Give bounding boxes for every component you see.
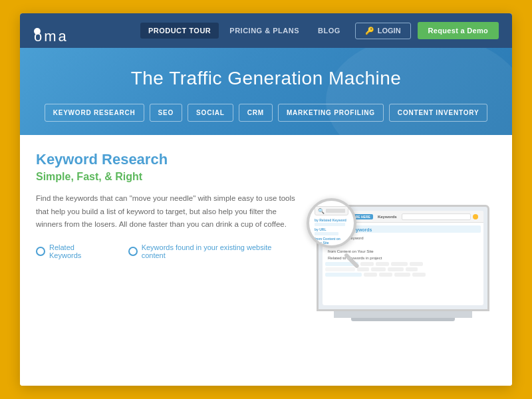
val-col-9: [364, 273, 377, 277]
val-col-11: [394, 273, 410, 277]
magnifier-inner: 🔍 by Related Keyword by URL from Content…: [309, 201, 354, 248]
val-col-1: [360, 262, 374, 266]
mag-search-bar: 🔍: [315, 206, 348, 215]
content-left: Keyword Research Simple, Fast, & Right F…: [36, 151, 310, 375]
hero-title: The Traffic Generation Machine: [33, 68, 499, 89]
navbar: oma PRODUCT TOUR PRICING & PLANS BLOG 🔑 …: [20, 13, 512, 48]
logo-text: oma: [34, 28, 41, 35]
nav-login-button[interactable]: 🔑 LOGIN: [355, 23, 411, 39]
val-col-5: [357, 267, 369, 271]
keywords-badge-label: Keywords: [378, 215, 397, 219]
val-col-8: [406, 267, 418, 271]
val-col-3: [391, 262, 408, 266]
status-dot: [473, 214, 478, 219]
feature-list: Related Keywords Keywords found in your …: [36, 243, 297, 259]
feature-label-2: Keywords found in your existing website …: [142, 243, 297, 259]
feature-related-keywords: Related Keywords: [36, 243, 108, 259]
val-col-12: [412, 273, 426, 277]
feature-dot-icon: [36, 247, 45, 256]
tab-social[interactable]: SOCIAL: [188, 104, 233, 122]
val-col-7: [388, 267, 404, 271]
val-col-2: [376, 262, 389, 266]
magnifier: 🔍 by Related Keyword by URL from Content…: [307, 198, 366, 258]
val-col-6: [371, 267, 386, 271]
mag-row-2: [315, 232, 338, 235]
tab-marketing-profiling[interactable]: MARKETING PROFILING: [278, 104, 384, 122]
mag-search-input: [326, 209, 345, 213]
mag-row-3: [315, 245, 342, 248]
feature-dot-icon-2: [128, 247, 138, 256]
mag-row-1: [315, 223, 345, 226]
magnifier-circle: 🔍 by Related Keyword by URL from Content…: [307, 198, 356, 248]
mag-label-3: from Content on Your Site: [315, 237, 348, 245]
val-col-10: [379, 273, 392, 277]
request-demo-button[interactable]: Request a Demo: [418, 22, 499, 39]
nav-pricing[interactable]: PRICING & PLANS: [221, 23, 307, 39]
monitor-foot: [351, 318, 455, 321]
content-right: YOU ARE HERE Keywords Find New Keywords …: [310, 151, 496, 375]
mag-label-1: by Related Keyword: [315, 218, 348, 222]
section-title: Keyword Research: [36, 151, 297, 168]
nav-product-tour[interactable]: PRODUCT TOUR: [140, 23, 219, 39]
content-area: Keyword Research Simple, Fast, & Right F…: [20, 135, 512, 386]
data-row-3: [325, 273, 481, 277]
data-row-1: [325, 262, 481, 266]
monitor: YOU ARE HERE Keywords Find New Keywords …: [317, 205, 489, 321]
nav-blog[interactable]: BLOG: [310, 23, 348, 39]
label-col-3: [325, 273, 362, 277]
hero-section: The Traffic Generation Machine KEYWORD R…: [20, 48, 512, 135]
mag-label-2: by URL: [315, 227, 348, 231]
mag-search-icon: 🔍: [318, 208, 325, 214]
logo: oma: [33, 22, 41, 39]
section-description: Find the keywords that can "move your ne…: [36, 192, 297, 231]
lock-icon: 🔑: [365, 27, 374, 35]
nav-links: PRODUCT TOUR PRICING & PLANS BLOG 🔑 LOGI…: [140, 22, 499, 39]
tab-crm[interactable]: CRM: [239, 104, 273, 122]
tab-keyword-research[interactable]: KEYWORD RESEARCH: [45, 104, 144, 122]
monitor-base: [334, 311, 472, 318]
section-subtitle: Simple, Fast, & Right: [36, 171, 297, 183]
tab-content-inventory[interactable]: CONTENT INVENTORY: [389, 104, 488, 122]
data-row-2: [325, 267, 481, 271]
val-col-4: [410, 262, 423, 266]
tab-seo[interactable]: SEO: [150, 104, 183, 122]
url-bar: [402, 213, 471, 220]
page-wrapper: oma PRODUCT TOUR PRICING & PLANS BLOG 🔑 …: [20, 13, 512, 386]
feature-existing-content: Keywords found in your existing website …: [128, 243, 297, 259]
feature-tabs: KEYWORD RESEARCH SEO SOCIAL CRM MARKETIN…: [33, 104, 499, 122]
label-col-2: [325, 267, 355, 271]
feature-label-1: Related Keywords: [49, 243, 108, 259]
login-label: LOGIN: [378, 27, 401, 35]
